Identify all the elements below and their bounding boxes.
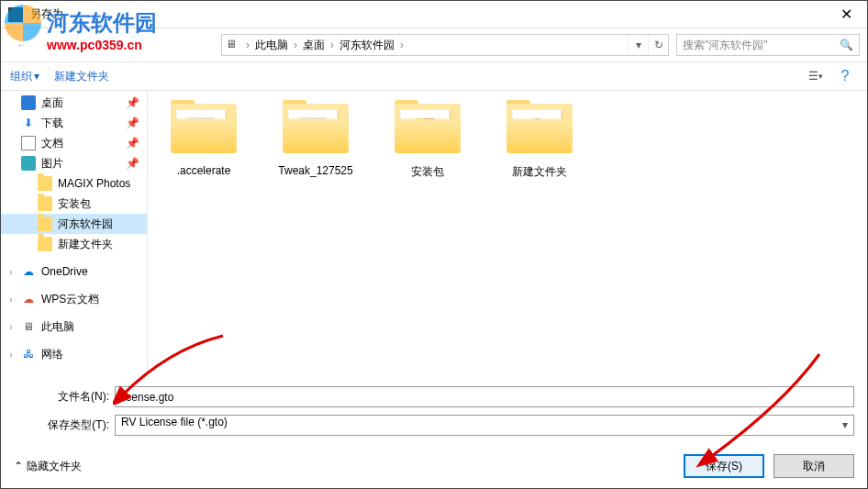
tree-item-downloads[interactable]: ⬇下载📌	[1, 113, 147, 133]
crumb-sep-icon: ›	[292, 39, 299, 51]
crumb-0[interactable]: 此电脑	[251, 38, 292, 53]
close-button[interactable]: ✕	[826, 1, 867, 28]
pin-icon: 📌	[126, 157, 139, 170]
main-area: 桌面📌 ⬇下载📌 文档📌 图片📌 MAGIX Photos 安装包 河东软件园 …	[1, 91, 867, 377]
expander-icon[interactable]: ›	[6, 267, 16, 277]
tree-label: 图片	[41, 156, 63, 172]
crumb-1[interactable]: 桌面	[299, 38, 328, 53]
app-icon	[8, 7, 23, 22]
pin-icon: 📌	[126, 96, 139, 109]
help-button[interactable]: ?	[832, 65, 858, 87]
tree-item-folder[interactable]: 新建文件夹	[1, 234, 147, 254]
tree-item-network[interactable]: ›🖧网络	[1, 344, 147, 364]
pc-icon: 🖥	[21, 319, 36, 334]
pictures-icon	[21, 156, 36, 171]
cancel-button[interactable]: 取消	[773, 454, 854, 478]
desktop-icon	[21, 95, 36, 110]
tree-item-wps[interactable]: ›☁WPS云文档	[1, 289, 147, 309]
view-options-button[interactable]: ☰▾	[803, 65, 829, 87]
nav-back-button[interactable]: ←	[9, 34, 35, 56]
expander-icon[interactable]: ›	[6, 350, 16, 360]
folder-icon	[395, 100, 461, 153]
new-folder-button[interactable]: 新建文件夹	[54, 69, 109, 84]
onedrive-icon: ☁	[21, 264, 36, 279]
tree-label: 下载	[41, 116, 63, 131]
tree-item-onedrive[interactable]: ›☁OneDrive	[1, 261, 147, 282]
save-fields: 文件名(N): 保存类型(T): RV License file (*.gto)	[1, 377, 867, 449]
save-button[interactable]: 保存(S)	[684, 454, 764, 478]
folder-icon	[38, 196, 52, 211]
refresh-button[interactable]: ↻	[648, 35, 668, 55]
nav-up-button[interactable]: ↑	[86, 34, 112, 56]
filename-label: 文件名(N):	[14, 389, 115, 405]
hide-folders-toggle[interactable]: ⌃ 隐藏文件夹	[14, 459, 82, 474]
folder-icon	[171, 100, 237, 153]
file-label: .accelerate	[177, 164, 231, 177]
expander-icon[interactable]: ›	[6, 295, 16, 305]
wps-icon: ☁	[21, 292, 36, 306]
folder-item[interactable]: 新建文件夹	[498, 100, 581, 180]
folder-item[interactable]: .accelerate	[162, 100, 245, 177]
download-icon: ⬇	[21, 116, 36, 130]
footer: ⌃ 隐藏文件夹 保存(S) 取消	[1, 449, 867, 487]
search-icon: 🔍	[840, 39, 853, 51]
file-label: Tweak_127525	[278, 164, 352, 177]
tree-item-pictures[interactable]: 图片📌	[1, 153, 147, 173]
window-title: 另存为	[30, 6, 826, 22]
file-list[interactable]: .accelerate Tweak_127525 安装包 新建文件夹	[148, 91, 867, 377]
folder-icon	[38, 237, 52, 251]
nav-forward-button[interactable]: →	[35, 34, 61, 56]
hide-folders-label: 隐藏文件夹	[27, 459, 82, 474]
folder-item[interactable]: 安装包	[386, 100, 469, 180]
folder-icon	[38, 217, 52, 231]
chevron-down-icon: ▾	[34, 70, 39, 83]
tree-label: 安装包	[58, 196, 91, 212]
tree-label: 新建文件夹	[58, 237, 113, 252]
chevron-up-icon: ⌃	[14, 460, 23, 472]
toolbar: 组织▾ 新建文件夹 ☰▾ ?	[1, 61, 867, 91]
location-icon: 🖥	[226, 38, 240, 52]
tree-item-pc[interactable]: ›🖥此电脑	[1, 317, 147, 337]
tree-label: 此电脑	[41, 319, 74, 335]
documents-icon	[21, 136, 36, 150]
tree-label: 桌面	[41, 95, 63, 111]
tree-label: WPS云文档	[41, 292, 99, 307]
titlebar: 另存为 ✕	[1, 1, 867, 28]
network-icon: 🖧	[21, 347, 36, 361]
address-bar[interactable]: 🖥 › 此电脑 › 桌面 › 河东软件园 › ▾ ↻	[221, 34, 669, 56]
search-placeholder: 搜索"河东软件园"	[683, 38, 768, 53]
tree-label: OneDrive	[41, 265, 88, 278]
folder-icon	[506, 100, 573, 153]
folder-icon	[283, 100, 349, 153]
search-input[interactable]: 搜索"河东软件园" 🔍	[676, 34, 860, 56]
pin-icon: 📌	[126, 137, 139, 150]
tree-label: 河东软件园	[58, 217, 113, 232]
pin-icon: 📌	[126, 117, 139, 129]
folder-icon	[38, 176, 52, 191]
file-label: 安装包	[411, 164, 444, 180]
tree-item-documents[interactable]: 文档📌	[1, 133, 147, 153]
tree-item-desktop[interactable]: 桌面📌	[1, 93, 147, 113]
expander-icon[interactable]: ›	[6, 322, 16, 332]
tree-item-folder[interactable]: 安装包	[1, 194, 147, 214]
tree-label: 文档	[41, 136, 63, 151]
crumb-sep-icon: ›	[328, 39, 336, 51]
organize-menu[interactable]: 组织▾	[10, 69, 39, 84]
filetype-select[interactable]: RV License file (*.gto)	[115, 415, 854, 436]
folder-item[interactable]: Tweak_127525	[274, 100, 357, 177]
crumb-sep-icon: ›	[244, 39, 251, 51]
nav-row: ← → ▾ ↑ 🖥 › 此电脑 › 桌面 › 河东软件园 › ▾ ↻ 搜索"河东…	[1, 28, 867, 61]
crumb-sep-icon: ›	[398, 39, 406, 51]
tree-label: MAGIX Photos	[58, 177, 130, 190]
tree-item-folder-selected[interactable]: 河东软件园	[1, 214, 147, 234]
nav-recent-button[interactable]: ▾	[61, 34, 86, 56]
tree-label: 网络	[41, 347, 63, 362]
nav-tree[interactable]: 桌面📌 ⬇下载📌 文档📌 图片📌 MAGIX Photos 安装包 河东软件园 …	[1, 91, 148, 377]
filetype-label: 保存类型(T):	[14, 417, 115, 433]
filename-input[interactable]	[115, 386, 854, 407]
address-dropdown-button[interactable]: ▾	[628, 35, 648, 55]
tree-item-folder[interactable]: MAGIX Photos	[1, 173, 147, 194]
crumb-2[interactable]: 河东软件园	[336, 38, 398, 53]
file-label: 新建文件夹	[512, 164, 567, 180]
